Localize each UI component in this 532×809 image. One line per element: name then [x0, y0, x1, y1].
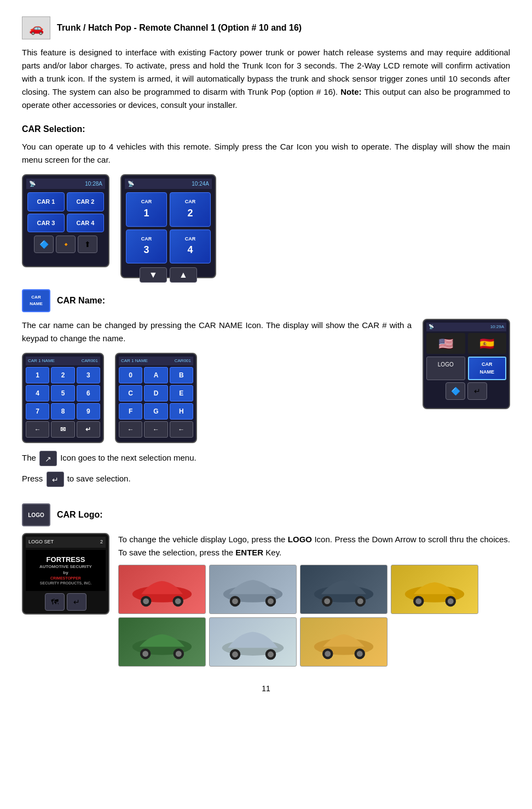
car-name-body-text: The car name can be changed by pressing …	[22, 319, 412, 492]
device1-icon-orange[interactable]: 🔸	[56, 236, 76, 253]
flags-bottom-icons: 🔷 ↵	[426, 382, 506, 400]
key-g[interactable]: G	[144, 403, 167, 420]
device1-icon-up[interactable]: ⬆	[78, 236, 97, 253]
trunk-icon: 🚗	[22, 16, 50, 39]
keypad-screen-1: CAR 1 NAME CAR001 1 2 3 4 5 6 7 8 9 ←	[22, 353, 104, 443]
svg-point-29	[268, 651, 274, 657]
device1-car3-btn[interactable]: CAR 3	[27, 214, 65, 233]
crime-stopper-name: CRIMESTOPPER	[28, 576, 103, 581]
device1-car1-btn[interactable]: CAR 1	[27, 192, 65, 211]
logo-set-label: LOGO SET	[28, 538, 54, 546]
logo-set-bottom: 🗺 ↵	[26, 593, 106, 611]
device2-down-arrow[interactable]: ▼	[140, 267, 167, 283]
svg-point-23	[142, 651, 148, 657]
key-msg[interactable]: ✉	[51, 421, 74, 438]
keypad2-code: CAR001	[175, 358, 191, 364]
key-e[interactable]: E	[170, 385, 193, 401]
car-name-section: CAR NAME CAR Name: The car name can be c…	[22, 289, 510, 492]
key-back3[interactable]: ←	[144, 421, 167, 438]
device2-car2-btn[interactable]: CAR2	[170, 192, 211, 227]
fortress-by: by	[28, 570, 103, 576]
security-text: SECURITY PRODUCTS, INC.	[28, 581, 103, 586]
fortress-logo-display: FORTRESS AUTOMOTIVE SECURITY by CRIMESTO…	[26, 550, 106, 592]
svg-point-4	[175, 598, 181, 604]
car-photo-red	[118, 565, 206, 614]
key-c[interactable]: C	[119, 385, 142, 401]
icon-next-text: The ↗ Icon goes to the next selection me…	[22, 451, 412, 466]
key-1[interactable]: 1	[26, 367, 49, 383]
key-9[interactable]: 9	[77, 403, 100, 420]
logo-set-top-bar: LOGO SET 2	[26, 537, 106, 548]
device-screen-1: 📡 10:28A CAR 1 CAR 2 CAR 3 CAR 4 🔷 🔸 ⬆	[22, 174, 109, 267]
key-d[interactable]: D	[144, 385, 167, 401]
key-2[interactable]: 2	[51, 367, 74, 383]
flag-spain[interactable]: 🇪🇸	[468, 333, 507, 354]
flags-icon-arrow[interactable]: ↵	[467, 382, 487, 400]
car-photo-dark	[300, 565, 388, 614]
device2-car1-btn[interactable]: CAR1	[126, 192, 167, 227]
page-number: 11	[22, 683, 510, 695]
key-4[interactable]: 4	[26, 385, 49, 401]
car-photo-gold	[300, 617, 388, 667]
key-8[interactable]: 8	[51, 403, 74, 420]
car-logo-section: LOGO CAR Logo: LOGO SET 2 FORTRESS AUTOM…	[22, 503, 510, 667]
logo-section-icon: LOGO	[22, 503, 50, 526]
svg-point-33	[325, 651, 331, 657]
car-selection-heading: CAR Selection:	[22, 123, 510, 136]
key-b[interactable]: B	[170, 367, 193, 383]
logo-set-icon-map[interactable]: 🗺	[45, 593, 65, 611]
fortress-sub: AUTOMOTIVE SECURITY	[28, 564, 103, 570]
svg-point-34	[357, 651, 363, 657]
svg-point-14	[357, 598, 363, 604]
svg-point-19	[448, 598, 454, 604]
device1-icon-blue[interactable]: 🔷	[34, 236, 54, 253]
flags-icon-blue[interactable]: 🔷	[446, 382, 465, 400]
device2-car4-btn[interactable]: CAR4	[170, 229, 211, 264]
car-name-body-row: The car name can be changed by pressing …	[22, 319, 510, 492]
logo-button[interactable]: LOGO	[426, 357, 465, 380]
car-photos-grid	[118, 565, 510, 667]
key-a[interactable]: A	[144, 367, 167, 383]
save-selection-icon[interactable]: ↵	[47, 472, 64, 487]
device2-button-grid: CAR1 CAR2 CAR3 CAR4	[125, 191, 212, 265]
svg-point-18	[415, 598, 421, 604]
car-name-button-active[interactable]: CARNAME	[468, 357, 507, 380]
device2-up-arrow[interactable]: ▲	[170, 267, 197, 283]
device2-car3-btn[interactable]: CAR3	[126, 229, 167, 264]
device1-antenna-icon: 📡	[29, 180, 36, 188]
logo-set-screen: LOGO SET 2 FORTRESS AUTOMOTIVE SECURITY …	[22, 533, 109, 615]
flags-grid: 🇺🇸 🇪🇸 LOGO CARNAME	[426, 333, 506, 380]
key-h[interactable]: H	[170, 403, 193, 420]
flags-time: 10:29A	[490, 324, 504, 330]
device1-button-grid: CAR 1 CAR 2 CAR 3 CAR 4	[26, 191, 105, 233]
key-f[interactable]: F	[119, 403, 142, 420]
key-back2[interactable]: ←	[119, 421, 142, 438]
logo-set-left: LOGO SET 2 FORTRESS AUTOMOTIVE SECURITY …	[22, 533, 109, 615]
logo-set-icon-enter[interactable]: ↵	[67, 593, 86, 611]
device1-car2-btn[interactable]: CAR 2	[67, 192, 104, 211]
car-selection-devices: 📡 10:28A CAR 1 CAR 2 CAR 3 CAR 4 🔷 🔸 ⬆ 📡…	[22, 174, 510, 278]
key-enter[interactable]: ↵	[77, 421, 100, 438]
keypad2-label: CAR 1 NAME	[121, 358, 148, 364]
svg-point-28	[232, 651, 238, 657]
svg-point-8	[232, 598, 238, 604]
key-backspace[interactable]: ←	[26, 421, 49, 438]
next-menu-icon[interactable]: ↗	[39, 451, 57, 466]
fortress-name: FORTRESS	[28, 555, 103, 565]
svg-point-24	[176, 651, 182, 657]
trunk-body-text: This feature is designed to interface wi…	[22, 46, 510, 112]
logo-set-num: 2	[100, 538, 103, 546]
key-back4[interactable]: ←	[170, 421, 193, 438]
key-3[interactable]: 3	[77, 367, 100, 383]
key-7[interactable]: 7	[26, 403, 49, 420]
key-0[interactable]: 0	[119, 367, 142, 383]
flags-antenna: 📡	[429, 324, 434, 330]
key-5[interactable]: 5	[51, 385, 74, 401]
device2-time: 10:24A	[192, 180, 209, 188]
key-6[interactable]: 6	[77, 385, 100, 401]
logo-section-layout: LOGO SET 2 FORTRESS AUTOMOTIVE SECURITY …	[22, 533, 510, 667]
header-title: Trunk / Hatch Pop - Remote Channel 1 (Op…	[57, 21, 302, 35]
device1-car4-btn[interactable]: CAR 4	[67, 214, 104, 233]
car-photo-green	[118, 617, 206, 667]
flag-usa[interactable]: 🇺🇸	[426, 333, 465, 354]
